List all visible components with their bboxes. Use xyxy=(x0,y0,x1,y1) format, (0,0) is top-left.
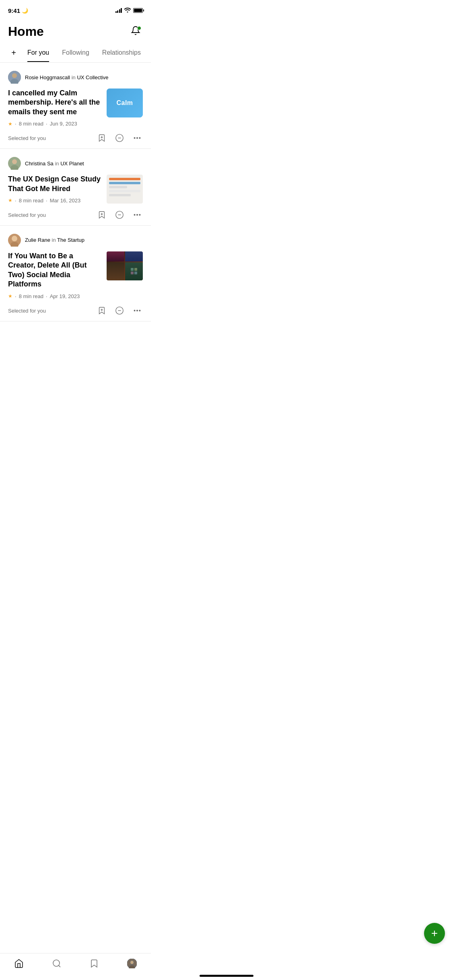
wifi-icon xyxy=(124,8,131,14)
author-info: Christina Sa in UX Planet xyxy=(25,161,84,167)
article-meta: Zulie Rane in The Startup xyxy=(8,234,143,247)
publication-name: UX Planet xyxy=(60,161,84,167)
article-body: The UX Design Case Study That Got Me Hir… xyxy=(8,175,143,205)
hide-button[interactable] xyxy=(114,209,125,220)
article-meta: Christina Sa in UX Planet xyxy=(8,157,143,170)
author-name: Rosie Hoggmascall xyxy=(25,74,70,80)
article-body: I cancelled my Calm membership. Here's a… xyxy=(8,89,143,128)
add-tab-button[interactable]: + xyxy=(6,43,21,62)
moon-icon: 🌙 xyxy=(22,8,28,14)
page-title: Home xyxy=(8,24,44,39)
svg-point-7 xyxy=(134,138,135,139)
svg-point-21 xyxy=(12,236,17,241)
article-actions xyxy=(96,305,143,316)
svg-rect-25 xyxy=(131,272,134,274)
article-meta: Rosie Hoggmascall in UX Collective xyxy=(8,71,143,84)
svg-rect-24 xyxy=(134,268,137,271)
status-time: 9:41 🌙 xyxy=(8,7,28,14)
article-card: Christina Sa in UX Planet The UX Design … xyxy=(0,149,151,226)
star-icon: ★ xyxy=(8,293,12,299)
time-label: 9:41 xyxy=(8,7,20,14)
article-card: Zulie Rane in The Startup If You Want to… xyxy=(0,226,151,321)
selected-label: Selected for you xyxy=(8,135,46,141)
article-thumbnail xyxy=(107,251,143,280)
signal-icon xyxy=(115,8,122,13)
article-actions xyxy=(96,132,143,144)
svg-point-9 xyxy=(139,138,140,139)
article-feed: Rosie Hoggmascall in UX Collective I can… xyxy=(0,63,151,321)
svg-point-33 xyxy=(139,310,140,311)
article-title: If You Want to Be a Creator, Delete All … xyxy=(8,251,102,289)
tab-relationships[interactable]: Relationships xyxy=(96,43,147,62)
svg-point-32 xyxy=(137,310,138,311)
article-thumbnail: Calm xyxy=(107,89,143,117)
save-button[interactable] xyxy=(96,132,107,144)
header: Home xyxy=(0,18,151,43)
selected-label: Selected for you xyxy=(8,212,46,218)
star-icon: ★ xyxy=(8,198,12,203)
svg-rect-26 xyxy=(134,272,137,274)
article-footer: Selected for you xyxy=(8,132,143,148)
article-footer: Selected for you xyxy=(8,305,143,321)
notification-dot xyxy=(137,26,141,30)
author-info: Rosie Hoggmascall in UX Collective xyxy=(25,74,108,80)
hide-button[interactable] xyxy=(114,132,125,144)
tab-following[interactable]: Following xyxy=(56,43,96,62)
avatar xyxy=(8,234,21,247)
more-button[interactable] xyxy=(132,209,143,220)
article-card: Rosie Hoggmascall in UX Collective I can… xyxy=(0,63,151,149)
selected-label: Selected for you xyxy=(8,308,46,314)
save-button[interactable] xyxy=(96,209,107,220)
article-body: If You Want to Be a Creator, Delete All … xyxy=(8,251,143,301)
svg-point-11 xyxy=(12,159,17,164)
hide-button[interactable] xyxy=(114,305,125,316)
article-title: The UX Design Case Study That Got Me Hir… xyxy=(8,175,102,194)
star-icon: ★ xyxy=(8,121,12,127)
svg-point-1 xyxy=(12,73,17,78)
article-title: I cancelled my Calm membership. Here's a… xyxy=(8,89,102,117)
more-button[interactable] xyxy=(132,132,143,144)
avatar xyxy=(8,71,21,84)
read-info: ★ · 8 min read · Jun 9, 2023 xyxy=(8,121,102,127)
avatar xyxy=(8,157,21,170)
status-icons xyxy=(115,8,143,14)
author-name: Christina Sa xyxy=(25,161,54,167)
tabs-container: + For you Following Relationships xyxy=(0,43,151,63)
read-info: ★ · 8 min read · Mar 16, 2023 xyxy=(8,198,102,204)
article-actions xyxy=(96,209,143,220)
author-name: Zulie Rane xyxy=(25,237,50,243)
notifications-button[interactable] xyxy=(128,25,143,39)
publication-name: The Startup xyxy=(57,237,84,243)
article-thumbnail xyxy=(107,175,143,204)
svg-rect-23 xyxy=(131,268,134,271)
svg-point-17 xyxy=(134,214,135,216)
svg-point-31 xyxy=(134,310,135,311)
svg-point-18 xyxy=(137,214,138,216)
battery-icon xyxy=(133,8,143,13)
author-info: Zulie Rane in The Startup xyxy=(25,237,84,243)
tab-for-you[interactable]: For you xyxy=(21,43,56,62)
read-info: ★ · 8 min read · Apr 19, 2023 xyxy=(8,293,102,299)
svg-point-19 xyxy=(139,214,140,216)
more-button[interactable] xyxy=(132,305,143,316)
save-button[interactable] xyxy=(96,305,107,316)
publication-name: UX Collective xyxy=(77,74,108,80)
status-bar: 9:41 🌙 xyxy=(0,0,151,18)
article-footer: Selected for you xyxy=(8,209,143,225)
svg-point-8 xyxy=(137,138,138,139)
